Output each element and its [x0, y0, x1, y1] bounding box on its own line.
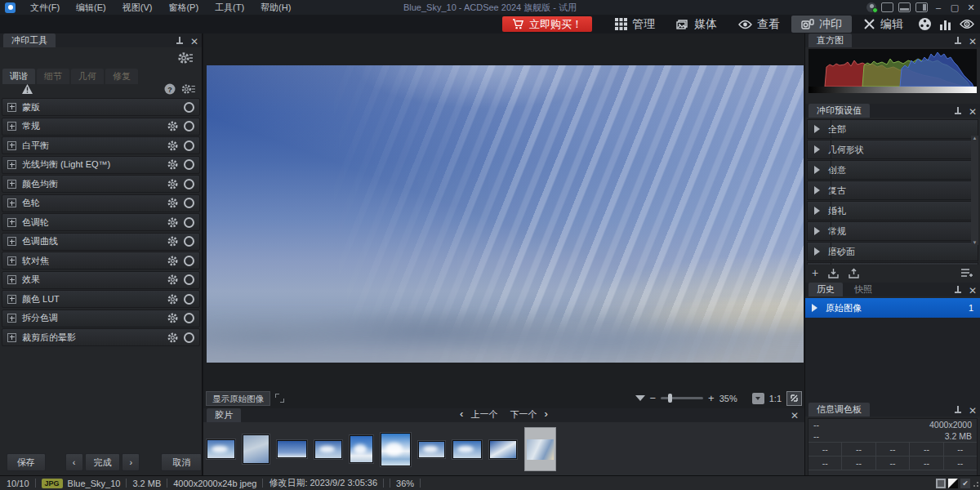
mode-develop-button[interactable]: 冲印: [791, 16, 852, 33]
close-icon[interactable]: ✕: [791, 412, 799, 420]
preset-matte[interactable]: 磨砂面: [807, 242, 978, 261]
main-image[interactable]: [207, 65, 804, 363]
layout-default-icon[interactable]: [881, 2, 893, 12]
filmstrip-thumbnail-9[interactable]: [489, 440, 517, 459]
gear-icon[interactable]: [167, 256, 178, 266]
expand-arrow-icon[interactable]: [814, 145, 820, 154]
activity-button[interactable]: [936, 16, 956, 33]
menu-panes[interactable]: 窗格(P): [160, 0, 207, 15]
expand-icon[interactable]: [7, 198, 16, 207]
filmstrip-thumbnail-3[interactable]: [277, 440, 307, 458]
tool-row-color-eq[interactable]: 颜色均衡: [2, 175, 200, 193]
zoom-slider[interactable]: [661, 397, 703, 399]
pin-icon[interactable]: [955, 406, 961, 415]
zoom-menu-icon[interactable]: [635, 395, 645, 401]
expand-arrow-icon[interactable]: [812, 304, 817, 312]
history-item-original[interactable]: 原始图像 1: [805, 298, 980, 318]
snapshots-tab[interactable]: 快照: [846, 283, 880, 296]
toggle-icon[interactable]: [184, 217, 194, 228]
pan-tool-button[interactable]: [786, 391, 802, 406]
window-maximize-button[interactable]: ▢: [949, 2, 960, 12]
next-chevron-icon[interactable]: ›: [545, 408, 548, 420]
save-button[interactable]: 保存: [7, 453, 46, 471]
help-icon[interactable]: ?: [164, 83, 176, 95]
toggle-icon[interactable]: [184, 140, 194, 151]
menu-help[interactable]: 帮助(H): [252, 0, 299, 15]
acdsee-365-button[interactable]: [957, 16, 977, 33]
zoom-out-button[interactable]: −: [650, 394, 657, 403]
layout-right-icon[interactable]: [915, 2, 928, 12]
expand-icon[interactable]: [7, 218, 16, 227]
zoom-percentage[interactable]: 35%: [719, 394, 747, 403]
expand-icon[interactable]: [7, 160, 16, 169]
toggle-icon[interactable]: [184, 121, 194, 131]
window-minimize-button[interactable]: –: [933, 2, 944, 12]
expand-arrow-icon[interactable]: [814, 186, 820, 194]
preset-wedding[interactable]: 婚礼: [807, 201, 978, 220]
preset-retro[interactable]: 复古: [807, 180, 978, 200]
toggle-icon[interactable]: [184, 179, 194, 189]
prev-image-button[interactable]: ‹: [65, 453, 83, 471]
menu-file[interactable]: 文件(F): [22, 0, 68, 15]
mode-view-button[interactable]: 查看: [728, 16, 790, 33]
toggle-icon[interactable]: [184, 236, 194, 247]
mode-manage-button[interactable]: 管理: [605, 16, 665, 33]
toggle-icon[interactable]: [184, 256, 194, 266]
toggle-icon[interactable]: [184, 198, 194, 208]
tool-row-color-lut[interactable]: 颜色 LUT: [2, 290, 200, 308]
pin-icon[interactable]: [955, 37, 961, 46]
pin-icon[interactable]: [955, 286, 961, 295]
menu-edit[interactable]: 编辑(E): [68, 0, 114, 15]
gear-icon[interactable]: [167, 236, 178, 247]
filmstrip-thumbnail-5[interactable]: [350, 435, 373, 463]
saved-state-icon[interactable]: ✔: [960, 479, 970, 488]
zoom-slider-handle[interactable]: [668, 394, 672, 403]
tool-row-white-balance[interactable]: 白平衡: [2, 136, 200, 154]
develop-state-icon[interactable]: [936, 479, 946, 488]
close-icon[interactable]: ✕: [969, 287, 977, 295]
add-preset-button[interactable]: +: [812, 267, 818, 278]
expand-icon[interactable]: [7, 275, 16, 284]
toggle-icon[interactable]: [184, 313, 194, 323]
preset-general[interactable]: 常规: [807, 221, 978, 241]
prev-chevron-icon[interactable]: ‹: [460, 408, 463, 420]
tool-row-tone-wheel[interactable]: 色调轮: [2, 213, 200, 231]
prev-button[interactable]: 上一个: [470, 409, 497, 419]
tool-row-masks[interactable]: 蒙版: [2, 98, 200, 116]
close-icon[interactable]: ✕: [969, 407, 977, 415]
toggle-icon[interactable]: [184, 274, 194, 285]
expand-icon[interactable]: [7, 295, 16, 304]
expand-icon[interactable]: [7, 237, 16, 246]
gear-icon[interactable]: [167, 217, 178, 228]
gear-icon[interactable]: [167, 159, 178, 170]
expand-icon[interactable]: [7, 256, 16, 265]
expand-icon[interactable]: [7, 122, 16, 131]
toggle-icon[interactable]: [184, 332, 194, 343]
fullscreen-icon[interactable]: [275, 394, 284, 403]
list-options-icon[interactable]: [960, 268, 973, 278]
panel-settings-button[interactable]: [177, 51, 194, 65]
gear-icon[interactable]: [167, 313, 178, 323]
close-icon[interactable]: ✕: [190, 38, 198, 46]
gear-icon[interactable]: [167, 179, 178, 189]
scrollbar[interactable]: [971, 136, 978, 245]
export-icon[interactable]: [849, 268, 859, 278]
next-button[interactable]: 下一个: [510, 409, 537, 419]
gear-menu-icon[interactable]: [180, 83, 197, 95]
zoom-in-button[interactable]: +: [708, 394, 715, 403]
mode-edit-button[interactable]: 编辑: [853, 16, 913, 33]
compare-state-icon[interactable]: [948, 479, 958, 488]
preset-creative[interactable]: 创意: [807, 160, 978, 180]
tool-row-tone-curves[interactable]: 色调曲线: [2, 233, 200, 251]
tool-row-soft-focus[interactable]: 软对焦: [2, 252, 200, 270]
window-close-button[interactable]: ✕: [965, 2, 977, 12]
close-icon[interactable]: ✕: [969, 108, 977, 116]
gear-icon[interactable]: [167, 274, 178, 285]
gear-icon[interactable]: [167, 294, 178, 305]
pin-icon[interactable]: [176, 37, 183, 46]
tool-row-general[interactable]: 常规: [2, 118, 200, 136]
preset-geometric[interactable]: 几何形状: [807, 140, 978, 159]
expand-arrow-icon[interactable]: [814, 166, 820, 174]
mode-media-button[interactable]: 媒体: [666, 16, 727, 33]
buy-now-button[interactable]: 立即购买！: [502, 16, 592, 32]
